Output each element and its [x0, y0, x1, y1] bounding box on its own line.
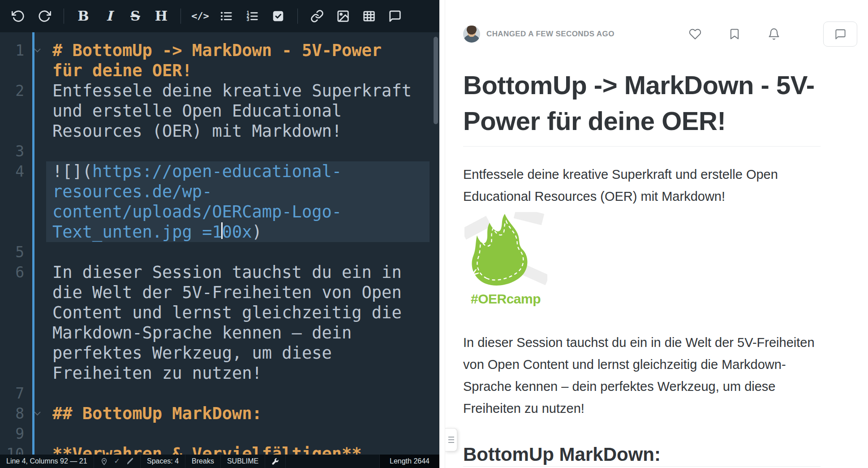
checklist-button[interactable]	[266, 5, 290, 27]
code-row[interactable]: 4![](https://open-educational-	[0, 161, 439, 182]
heading-button[interactable]: H	[149, 5, 173, 27]
editor-scrollbar[interactable]	[434, 37, 438, 124]
ordered-list-button[interactable]: 123	[240, 5, 264, 27]
comment-icon	[388, 9, 402, 23]
line-number: 6	[0, 262, 27, 282]
redo-button[interactable]	[32, 5, 56, 27]
undo-button[interactable]	[6, 5, 30, 27]
redo-icon	[38, 9, 51, 23]
fold-gutter	[27, 383, 42, 403]
line-number	[0, 323, 27, 343]
code-editor[interactable]: 1# BottomUp -> MarkDown - 5V-Powerfür de…	[0, 32, 439, 455]
line-number: 10	[0, 444, 27, 455]
fold-gutter	[27, 262, 42, 282]
bullet-list-button[interactable]	[214, 5, 238, 27]
link-icon	[310, 9, 324, 23]
undo-icon	[12, 9, 25, 23]
code-text: In dieser Session tauchst du ein in	[52, 262, 430, 282]
check-icon[interactable]: ✓	[114, 455, 120, 468]
code-row[interactable]: perfektes Werkzeug, um diese	[0, 343, 439, 363]
code-block-button[interactable]: </>	[188, 5, 212, 27]
code-text: die Welt der 5V-Freiheiten von Open	[52, 282, 430, 303]
code-row[interactable]: resources.de/wp-	[0, 182, 439, 202]
section-heading: BottomUp MarkDown:	[463, 446, 821, 467]
code-text	[52, 141, 430, 161]
fold-gutter	[27, 182, 42, 202]
code-row[interactable]: Freiheiten zu nutzen!	[0, 363, 439, 383]
svg-text:3: 3	[247, 17, 249, 22]
code-row[interactable]: 1# BottomUp -> MarkDown - 5V-Power	[0, 40, 439, 61]
image-icon	[336, 9, 350, 23]
keymap-setting[interactable]: SUBLIME	[221, 455, 265, 468]
line-number: 4	[0, 161, 27, 182]
linebreaks-setting[interactable]: Breaks	[185, 455, 221, 468]
fold-gutter	[27, 424, 42, 444]
strikethrough-button[interactable]: S	[123, 5, 147, 27]
note-paragraph-1: Entfessele deine kreative Superkraft und…	[463, 164, 821, 208]
preview-pane: CHANGED A FEW SECONDS AGO BottomUp -> Ma…	[445, 0, 868, 468]
comments-button[interactable]	[823, 22, 857, 47]
split-drag-handle[interactable]	[445, 428, 457, 451]
code-row[interactable]: 6In dieser Session tauchst du ein in	[0, 262, 439, 282]
code-text: # BottomUp -> MarkDown - 5V-Power	[52, 40, 430, 61]
author-avatar[interactable]	[463, 26, 480, 43]
fold-chevron-icon[interactable]	[27, 40, 42, 61]
insert-table-button[interactable]	[357, 5, 381, 27]
code-text: Entfessele deine kreative Superkraft	[52, 81, 430, 101]
code-text: Content und lernst gleichzeitig die	[52, 303, 430, 323]
oercamp-flame-image: ✂	[464, 212, 547, 288]
note-header: CHANGED A FEW SECONDS AGO	[445, 0, 868, 47]
changed-lines-indicator	[32, 32, 34, 455]
code-text: **Verwahren & Vervielfältigen**	[52, 444, 430, 455]
bold-icon: B	[77, 9, 89, 23]
line-number	[0, 282, 27, 303]
fold-gutter	[27, 303, 42, 323]
code-text: content/uploads/OERCamp-Logo-	[52, 202, 430, 222]
code-row[interactable]: 10**Verwahren & Vervielfältigen**	[0, 444, 439, 455]
fold-gutter	[27, 101, 42, 121]
line-number	[0, 101, 27, 121]
code-row[interactable]: content/uploads/OERCamp-Logo-	[0, 202, 439, 222]
code-row[interactable]: die Welt der 5V-Freiheiten von Open	[0, 282, 439, 303]
code-row[interactable]: 3	[0, 141, 439, 161]
fold-chevron-icon[interactable]	[27, 403, 42, 424]
code-row[interactable]: Markdown-Sprache kennen – dein	[0, 323, 439, 343]
cursor-position: Line 4, Columns 92 — 21	[0, 455, 94, 468]
code-row[interactable]: Text_unten.jpg =100x)	[0, 222, 439, 242]
italic-button[interactable]: I	[97, 5, 121, 27]
code-row[interactable]: 5	[0, 242, 439, 262]
line-number	[0, 222, 27, 242]
insert-link-button[interactable]	[305, 5, 329, 27]
code-row[interactable]: 8## BottomUp MarkDown:	[0, 403, 439, 424]
preferences-button[interactable]	[265, 455, 286, 468]
bold-button[interactable]: B	[71, 5, 95, 27]
ordered-list-icon: 123	[245, 9, 259, 23]
fold-gutter	[27, 161, 42, 182]
bullet-list-icon	[219, 9, 233, 23]
comment-button[interactable]	[383, 5, 407, 27]
code-row[interactable]: Content und lernst gleichzeitig die	[0, 303, 439, 323]
checklist-icon	[271, 9, 285, 23]
insert-image-button[interactable]	[331, 5, 355, 27]
code-row[interactable]: und erstelle Open Educational	[0, 101, 439, 121]
like-heart-icon[interactable]	[689, 28, 701, 40]
brush-icon[interactable]	[126, 458, 134, 465]
fold-gutter	[27, 282, 42, 303]
code-row[interactable]: für deine OER!	[0, 61, 439, 81]
code-row[interactable]: 7	[0, 383, 439, 403]
code-row[interactable]: 2Entfessele deine kreative Superkraft	[0, 81, 439, 101]
fold-gutter	[27, 61, 42, 81]
spaces-setting[interactable]: Spaces: 4	[141, 455, 185, 468]
code-row[interactable]: 9	[0, 424, 439, 444]
comment-icon	[834, 28, 847, 40]
line-number: 8	[0, 403, 27, 424]
code-text: Text_unten.jpg =100x)	[52, 222, 430, 242]
pin-icon[interactable]	[100, 458, 108, 465]
toolbar-separator	[297, 9, 298, 24]
bookmark-icon[interactable]	[728, 28, 741, 40]
line-number: 3	[0, 141, 27, 161]
code-row[interactable]: Resources (OER) mit Markdown!	[0, 121, 439, 141]
notification-bell-icon[interactable]	[768, 28, 780, 40]
fold-gutter	[27, 222, 42, 242]
code-text: Resources (OER) mit Markdown!	[52, 121, 430, 141]
